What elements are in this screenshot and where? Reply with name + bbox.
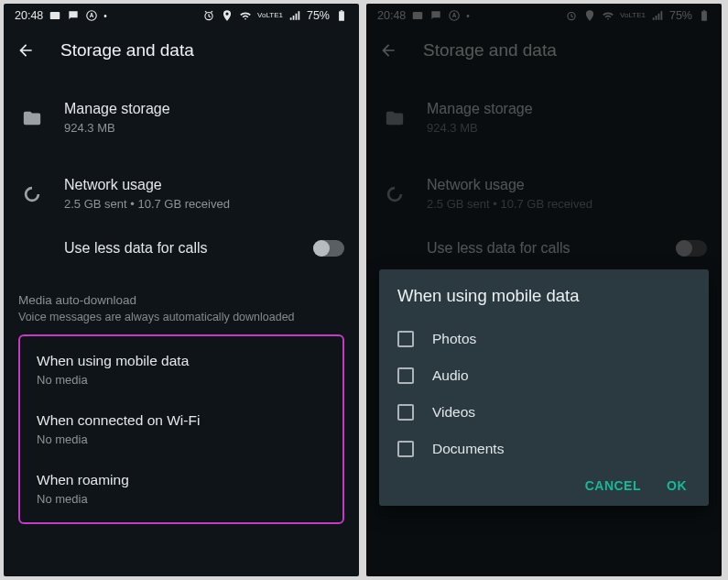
option-documents[interactable]: Documents xyxy=(397,431,701,467)
network-usage-label: Network usage xyxy=(64,177,344,193)
svg-rect-0 xyxy=(50,12,60,19)
manage-storage-value: 924.3 MB xyxy=(64,121,344,135)
mobile-data-row[interactable]: When using mobile data No media xyxy=(20,340,342,399)
less-data-label: Use less data for calls xyxy=(64,240,291,257)
alarm-icon xyxy=(202,9,215,22)
signal-icon xyxy=(288,9,301,22)
auto-download-note: Voice messages are always automatically … xyxy=(4,307,359,334)
folder-icon xyxy=(22,108,42,128)
page-title: Storage and data xyxy=(60,40,194,60)
gallery-icon xyxy=(49,9,61,22)
network-usage-row[interactable]: Network usage 2.5 GB sent • 10.7 GB rece… xyxy=(4,162,359,225)
svg-rect-5 xyxy=(341,10,342,11)
phone-screenshot-left: 20:48 A • VoLTE1 75% Storage and data Ma… xyxy=(4,4,359,576)
app-bar: Storage and data xyxy=(4,27,359,73)
roaming-sub: No media xyxy=(37,492,326,506)
option-videos[interactable]: Videos xyxy=(397,394,701,431)
option-photos[interactable]: Photos xyxy=(397,321,701,357)
auto-download-section-label: Media auto-download xyxy=(4,284,359,307)
option-audio[interactable]: Audio xyxy=(397,357,701,394)
wifi-sub: No media xyxy=(37,432,326,446)
svg-text:A: A xyxy=(90,12,94,18)
back-icon[interactable] xyxy=(16,41,35,60)
battery-percent: 75% xyxy=(307,9,330,22)
battery-icon xyxy=(335,9,348,22)
mobile-data-title: When using mobile data xyxy=(37,353,326,369)
status-bar: 20:48 A • VoLTE1 75% xyxy=(4,4,359,27)
option-label: Photos xyxy=(432,331,476,347)
wifi-icon xyxy=(239,9,252,22)
cancel-button[interactable]: CANCEL xyxy=(585,478,641,493)
app-a-icon: A xyxy=(85,9,98,22)
checkbox-icon[interactable] xyxy=(397,367,414,384)
less-data-row[interactable]: Use less data for calls xyxy=(4,225,359,271)
auto-download-highlight: When using mobile data No media When con… xyxy=(18,334,344,524)
checkbox-icon[interactable] xyxy=(397,331,414,347)
status-time: 20:48 xyxy=(15,9,43,22)
roaming-row[interactable]: When roaming No media xyxy=(20,459,342,519)
dialog-title: When using mobile data xyxy=(397,286,701,306)
roaming-title: When roaming xyxy=(37,472,326,488)
svg-rect-4 xyxy=(339,11,344,20)
option-label: Videos xyxy=(432,404,475,421)
phone-screenshot-right: 20:48 A • VoLTE1 75% Storage and data xyxy=(366,4,722,576)
checkbox-icon[interactable] xyxy=(397,441,414,457)
mobile-data-dialog: When using mobile data Photos Audio Vide… xyxy=(379,269,709,506)
option-label: Documents xyxy=(432,441,504,457)
mobile-data-sub: No media xyxy=(37,373,326,387)
network-type-label: VoLTE1 xyxy=(257,12,283,19)
option-label: Audio xyxy=(432,367,469,384)
wifi-title: When connected on Wi-Fi xyxy=(37,412,326,429)
chat-icon xyxy=(67,9,80,22)
manage-storage-row[interactable]: Manage storage 924.3 MB xyxy=(4,86,359,149)
status-dot: • xyxy=(103,11,107,21)
manage-storage-label: Manage storage xyxy=(64,101,344,117)
checkbox-icon[interactable] xyxy=(397,404,414,421)
wifi-row[interactable]: When connected on Wi-Fi No media xyxy=(20,399,342,459)
data-usage-icon xyxy=(22,184,42,204)
ok-button[interactable]: OK xyxy=(667,478,687,493)
location-icon xyxy=(221,9,234,22)
less-data-toggle[interactable] xyxy=(313,240,344,257)
network-usage-value: 2.5 GB sent • 10.7 GB received xyxy=(64,197,344,211)
